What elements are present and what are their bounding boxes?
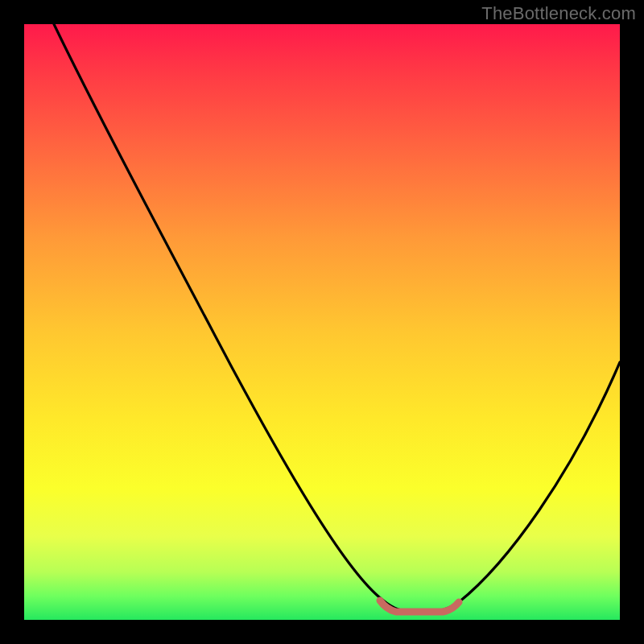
bottleneck-curve-svg bbox=[24, 24, 620, 620]
chart-frame: TheBottleneck.com bbox=[0, 0, 644, 644]
plot-area bbox=[24, 24, 620, 620]
bottleneck-curve-path bbox=[54, 24, 620, 613]
watermark-text: TheBottleneck.com bbox=[481, 3, 636, 24]
